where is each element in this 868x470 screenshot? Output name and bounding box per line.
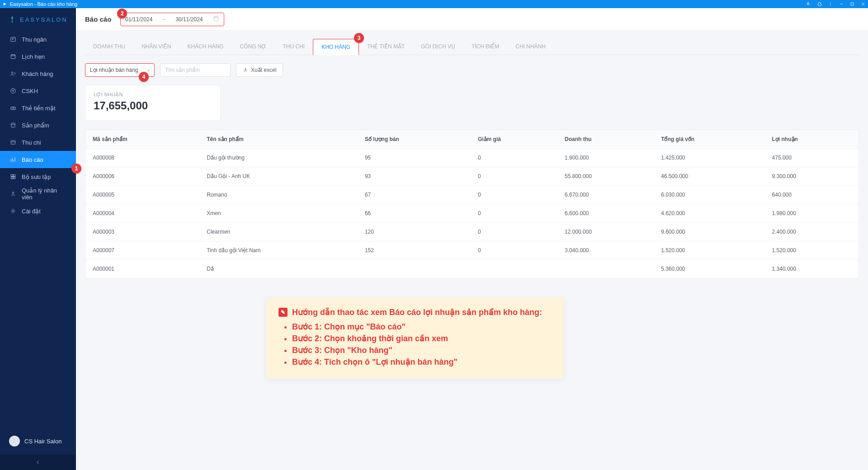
- app-icon: [3, 2, 7, 6]
- tab-gói-dịch-vụ[interactable]: GÓI DỊCH VỤ: [413, 39, 463, 55]
- marker-3: 3: [354, 33, 364, 43]
- user-block[interactable]: CS Hair Salon: [0, 428, 76, 455]
- cell: 2.400.000: [765, 223, 859, 241]
- table-row[interactable]: A000003Clearmen120012.000.0009.600.0002.…: [85, 223, 859, 241]
- sidebar-item-4[interactable]: A$Thẻ tiền mặt: [0, 99, 76, 117]
- cell: 0: [471, 167, 557, 186]
- table-row[interactable]: A000008Dầu gội thường9501.900.0001.425.0…: [85, 149, 859, 167]
- callout-step: Bước 1: Chọn mục "Báo cáo": [292, 322, 552, 332]
- marker-4: 4: [139, 72, 149, 82]
- date-separator: ~: [162, 16, 165, 23]
- tab-công-nợ[interactable]: CÔNG NỢ: [231, 39, 274, 55]
- table-row[interactable]: A000001Dầ5.360.0001.340.000: [85, 260, 859, 278]
- cell: 9.600.000: [654, 223, 764, 241]
- sidebar-item-label: Sản phẩm: [22, 122, 49, 129]
- profit-card: LỢI NHUẬN 17,655,000: [85, 85, 221, 121]
- stat-label: LỢI NHUẬN: [94, 92, 212, 98]
- sidebar-item-2[interactable]: Khách hàng: [0, 65, 76, 82]
- chrome-extension-icon[interactable]: [817, 2, 822, 6]
- page-title: Báo cáo: [85, 15, 111, 23]
- sidebar-item-1[interactable]: Lịch hẹn: [0, 48, 76, 65]
- chrome-translate-icon[interactable]: [807, 2, 811, 6]
- tab-kho-hàng[interactable]: KHO HÀNG3: [313, 39, 359, 55]
- cell: 0: [471, 204, 557, 223]
- collapse-sidebar-button[interactable]: [0, 455, 76, 470]
- toolbar: Lợi nhuận bán hàng ▾ 4 Xuất excel: [85, 63, 859, 77]
- date-end: 30/11/2024: [175, 16, 203, 23]
- cell: [358, 260, 471, 278]
- callout-step: Bước 2: Chọn khoảng thời gian cần xem: [292, 334, 552, 343]
- svg-rect-14: [11, 177, 13, 179]
- sidebar-icon: [10, 122, 16, 128]
- cell: 1.340.000: [765, 260, 859, 278]
- sidebar-icon: [10, 36, 16, 42]
- content: Báo cáo 2 01/11/2024 ~ 30/11/2024 DOANH …: [76, 8, 868, 470]
- topbar: Báo cáo 2 01/11/2024 ~ 30/11/2024: [76, 8, 868, 31]
- tab-thu-chi[interactable]: THU CHI: [274, 39, 313, 55]
- tab-khách-hàng[interactable]: KHÁCH HÀNG: [179, 39, 231, 55]
- cell: [557, 260, 654, 278]
- sidebar-item-6[interactable]: Thu chi: [0, 134, 76, 151]
- callout-title: Hướng dẫn thao tác xem Báo cáo lợi nhuận…: [292, 307, 542, 317]
- sidebar-item-5[interactable]: Sản phẩm: [0, 117, 76, 134]
- tab-chi-nhánh[interactable]: CHI NHÁNH: [507, 39, 554, 55]
- cell: A000004: [85, 204, 200, 223]
- sidebar-item-8[interactable]: Bộ sưu tập: [0, 168, 76, 185]
- cell: Tinh dầu gội Việt Nam: [199, 241, 358, 260]
- sidebar-icon: [10, 174, 16, 180]
- cell: 0: [471, 241, 557, 260]
- column-header: Tổng giá vốn: [654, 130, 764, 149]
- sidebar-icon: [10, 191, 16, 197]
- cell: 152: [358, 241, 471, 260]
- tab-tích-điểm[interactable]: TÍCH ĐIỂM: [463, 39, 507, 55]
- cell: Dầu gội thường: [199, 149, 358, 167]
- sidebar-item-0[interactable]: Thu ngân: [0, 31, 76, 48]
- user-name: CS Hair Salon: [24, 438, 61, 445]
- table-row[interactable]: A000004Xmen6606.600.0004.620.0001.980.00…: [85, 204, 859, 223]
- cell: Clearmen: [199, 223, 358, 241]
- tab-doanh-thu[interactable]: DOANH THU: [85, 39, 133, 55]
- report-type-select[interactable]: Lợi nhuận bán hàng ▾ 4: [85, 63, 155, 77]
- select-value: Lợi nhuận bán hàng: [90, 67, 138, 73]
- sidebar-item-7[interactable]: Báo cáo1: [0, 151, 76, 168]
- sidebar-item-label: Báo cáo: [22, 156, 43, 163]
- sidebar-item-label: Thu chi: [22, 139, 41, 146]
- brand-text: EASYSALON: [20, 16, 68, 23]
- svg-rect-15: [14, 177, 15, 179]
- sidebar-icon: [10, 53, 16, 60]
- table-row[interactable]: A000006Dầu Gội - Anh UK93055.800.00046.5…: [85, 167, 859, 186]
- svg-text:A$: A$: [12, 107, 14, 109]
- download-icon: [243, 67, 248, 74]
- chrome-more-icon[interactable]: [828, 2, 833, 6]
- window-maximize-icon[interactable]: [850, 2, 854, 6]
- table-row[interactable]: A000005Romano6706.670.0006.030.000640.00…: [85, 186, 859, 204]
- tab-nhân-viên[interactable]: NHÂN VIÊN: [133, 39, 179, 55]
- svg-rect-12: [11, 174, 13, 176]
- window-minimize-icon[interactable]: [839, 2, 844, 6]
- cell: 0: [471, 149, 557, 167]
- column-header: Doanh thu: [557, 130, 654, 149]
- tab-thẻ-tiền-mặt[interactable]: THẺ TIỀN MẶT: [359, 39, 413, 55]
- search-input[interactable]: [160, 63, 231, 77]
- table-row[interactable]: A000007Tinh dầu gội Việt Nam15203.040.00…: [85, 241, 859, 260]
- cell: Romano: [199, 186, 358, 204]
- svg-point-6: [12, 72, 14, 74]
- sidebar-item-9[interactable]: Quản lý nhân viên: [0, 185, 76, 202]
- sidebar-item-10[interactable]: Cài đặt: [0, 202, 76, 220]
- cell: 67: [358, 186, 471, 204]
- export-excel-button[interactable]: Xuất excel: [236, 63, 283, 77]
- calendar-icon: [213, 15, 219, 23]
- cell: 0: [471, 223, 557, 241]
- cell: 475.000: [765, 149, 859, 167]
- marker-1: 1: [71, 164, 81, 174]
- sidebar-item-3[interactable]: CSKH: [0, 82, 76, 99]
- brand-logo: EASYSALON: [0, 8, 76, 31]
- cell: 4.620.000: [654, 204, 764, 223]
- avatar: [9, 436, 20, 446]
- window-close-icon[interactable]: [861, 2, 865, 6]
- cell: 46.500.000: [654, 167, 764, 186]
- column-header: Số lượng bán: [358, 130, 471, 149]
- svg-rect-3: [851, 3, 854, 5]
- date-range-picker[interactable]: 2 01/11/2024 ~ 30/11/2024: [120, 13, 224, 26]
- cell: [471, 260, 557, 278]
